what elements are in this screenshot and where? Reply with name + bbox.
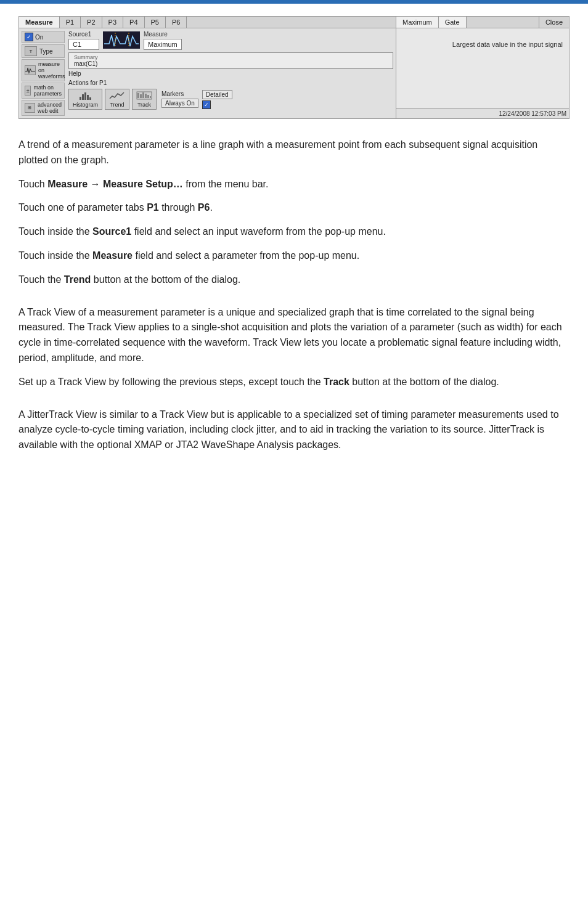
track-step1: Set up a Track View by following the pre… — [18, 375, 570, 390]
track-intro: A Track View of a measurement parameter … — [18, 305, 570, 366]
right-top-bar: Maximum Gate Close — [396, 17, 569, 28]
measure-value[interactable]: Maximum — [144, 39, 182, 50]
math-on-label: math on — [33, 84, 62, 91]
summary-title: Summary — [74, 54, 388, 60]
trend-step1-bold2: Measure Setup… — [103, 179, 183, 189]
jitter-section: A JitterTrack View is similar to a Track… — [18, 407, 570, 453]
trend-section: A trend of a measurement parameter is a … — [18, 137, 570, 288]
trend-step1: Touch Measure → Measure Setup… from the … — [18, 177, 570, 192]
trend-step2-start: Touch one of parameter tabs — [18, 202, 147, 213]
markers-label: Markers — [161, 91, 198, 97]
summary-box: Summary max(C1) — [68, 52, 393, 69]
help-section: Help — [68, 70, 393, 77]
right-description: Largest data value in the input signal — [452, 41, 563, 48]
trend-button[interactable]: Trend — [105, 89, 129, 110]
svg-rect-12 — [145, 94, 147, 98]
svg-rect-9 — [137, 93, 139, 98]
trend-step1-arrow: → — [88, 179, 103, 189]
action-buttons-row: Histogram Trend — [68, 89, 393, 110]
always-on-button[interactable]: Always On — [161, 99, 198, 108]
tab-p3[interactable]: P3 — [102, 17, 123, 28]
advanced-icon: ⊞ — [25, 103, 35, 113]
waveforms-label: waveforms — [38, 73, 65, 79]
trend-step3: Touch inside the Source1 field and selec… — [18, 224, 570, 240]
trend-step3-bold: Source1 — [92, 226, 131, 237]
checkbox-icon: ✓ — [25, 33, 33, 41]
trend-step2-bold1: P1 — [147, 202, 159, 213]
histogram-button[interactable]: Histogram — [68, 89, 102, 110]
histogram-label: Histogram — [73, 102, 98, 108]
sidebar-item-on[interactable]: ✓ On — [22, 31, 65, 43]
track-step1-bold: Track — [324, 377, 349, 387]
svg-rect-10 — [140, 94, 142, 98]
svg-rect-3 — [80, 97, 81, 100]
right-panel: Maximum Gate Close Largest data value in… — [396, 17, 569, 118]
source1-group: Source1 C1 — [68, 31, 99, 50]
help-label: Help — [68, 70, 81, 77]
track-step1-end: button at the bottom of the dialog. — [349, 377, 499, 387]
right-content: Largest data value in the input signal — [396, 28, 569, 108]
markers-section: Markers Always On Detailed ✓ — [161, 90, 232, 109]
tab-p1[interactable]: P1 — [60, 17, 81, 28]
trend-step2-mid: through — [159, 202, 198, 213]
trend-label: Trend — [110, 102, 124, 108]
sidebar-item-math-on-parameters[interactable]: ± math on parameters — [22, 83, 65, 99]
svg-rect-4 — [82, 94, 84, 100]
fields-row: Source1 C1 — [68, 31, 393, 50]
screenshot-panel: Measure P1 P2 P3 P4 P5 P6 ✓ On — [18, 16, 570, 119]
trend-step5: Touch the Trend button at the bottom of … — [18, 272, 570, 288]
detailed-button[interactable]: Detailed — [202, 90, 232, 99]
on-checkbox[interactable]: ✓ On — [25, 33, 43, 41]
close-button[interactable]: Close — [539, 17, 569, 28]
histogram-icon — [79, 91, 92, 102]
source1-value[interactable]: C1 — [68, 39, 99, 50]
trend-step4-start: Touch inside the — [18, 250, 92, 261]
source1-label: Source1 — [68, 31, 99, 38]
detailed-checkbox[interactable]: ✓ — [202, 100, 211, 109]
track-button[interactable]: Track — [132, 89, 157, 110]
trend-step1-start: Touch — [18, 179, 47, 189]
tab-p5[interactable]: P5 — [145, 17, 166, 28]
trend-icon — [109, 91, 125, 102]
trend-step1-end: from the menu bar. — [183, 179, 269, 189]
tab-p6[interactable]: P6 — [166, 17, 187, 28]
track-icon — [136, 91, 152, 102]
tabs-row: Measure P1 P2 P3 P4 P5 P6 — [19, 17, 396, 28]
timestamp: 12/24/2008 12:57:03 PM — [396, 108, 569, 118]
type-icon: T — [25, 46, 37, 56]
track-label: Track — [137, 102, 151, 108]
trend-step5-end: button at the bottom of the dialog. — [91, 274, 240, 285]
sidebar-item-advanced-web-edit[interactable]: ⊞ advanced web edit — [22, 100, 65, 116]
sidebar-item-measure-on-waveforms[interactable]: measure on waveforms — [22, 59, 65, 81]
svg-rect-11 — [142, 92, 144, 98]
tab-p2[interactable]: P2 — [81, 17, 102, 28]
waveform-display — [103, 31, 140, 49]
svg-rect-7 — [89, 97, 91, 100]
svg-rect-13 — [147, 95, 149, 98]
trend-step2-end: . — [210, 202, 212, 213]
trend-step3-start: Touch inside the — [18, 226, 92, 237]
trend-step4: Touch inside the Measure field and selec… — [18, 248, 570, 264]
summary-value: max(C1) — [74, 60, 388, 67]
sidebar-item-type[interactable]: T Type — [22, 44, 65, 58]
page-content: Measure P1 P2 P3 P4 P5 P6 ✓ On — [0, 4, 588, 495]
svg-rect-14 — [150, 96, 151, 98]
middle-content: Source1 C1 — [68, 31, 393, 116]
measure-label: Measure — [144, 31, 182, 38]
waveform-icon — [25, 65, 36, 75]
track-step1-start: Set up a Track View by following the pre… — [18, 377, 324, 387]
main-area: ✓ On T Type — [19, 28, 396, 118]
tab-p4[interactable]: P4 — [123, 17, 144, 28]
math-icon: ± — [25, 86, 31, 96]
measure-group: Measure Maximum — [144, 31, 182, 50]
measure-on-label: measure on — [38, 61, 65, 73]
trend-step5-start: Touch the — [18, 274, 64, 285]
right-tab-maximum[interactable]: Maximum — [396, 17, 439, 28]
trend-step5-bold: Trend — [64, 274, 91, 285]
right-tab-gate[interactable]: Gate — [439, 17, 467, 28]
svg-rect-6 — [87, 95, 89, 100]
trend-step3-end: field and select an input waveform from … — [131, 226, 386, 237]
trend-step4-end: field and select a parameter from the po… — [133, 250, 359, 261]
tab-measure[interactable]: Measure — [19, 17, 60, 28]
trend-intro: A trend of a measurement parameter is a … — [18, 137, 570, 168]
